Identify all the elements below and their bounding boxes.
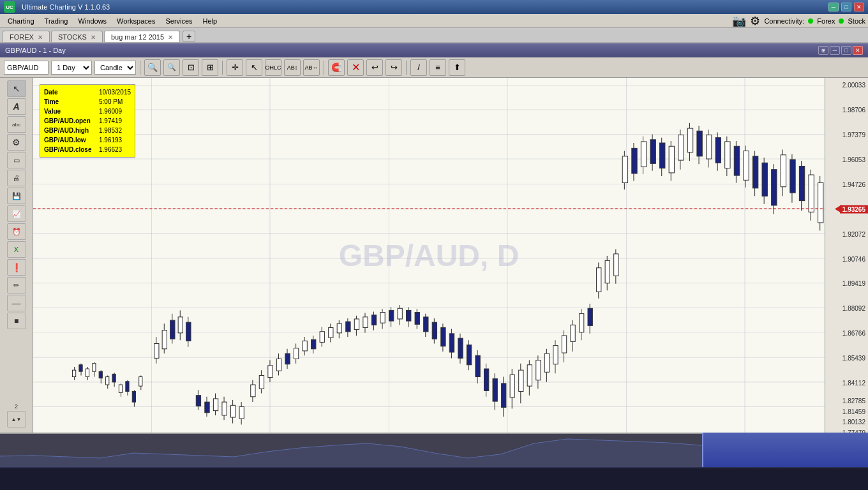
svg-rect-73: [285, 353, 290, 364]
svg-rect-117: [475, 355, 480, 376]
tab-stocks-close[interactable]: ✕: [91, 34, 96, 41]
menu-bar: Charting Trading Windows Workspaces Serv…: [0, 14, 868, 28]
arrow-btn[interactable]: ⬆: [449, 59, 465, 76]
forex-dot: [808, 19, 813, 24]
trendline-btn[interactable]: /: [410, 59, 427, 76]
time-value: 5:00 PM: [99, 97, 123, 107]
chart-minimize-btn[interactable]: ─: [830, 46, 840, 55]
excel-tool-btn[interactable]: X: [7, 241, 26, 258]
crosshair-btn[interactable]: ✛: [227, 59, 243, 76]
maximize-button[interactable]: □: [841, 3, 851, 11]
alert-tool-btn[interactable]: ❗: [7, 259, 26, 276]
svg-rect-165: [687, 128, 692, 152]
close-button[interactable]: ✕: [854, 3, 864, 11]
date-value: 10/03/2015: [99, 87, 131, 97]
high-label: GBP/AUD.high: [44, 126, 95, 135]
line-tool-btn[interactable]: —: [7, 295, 26, 311]
svg-rect-159: [660, 143, 665, 168]
alarm-tool-btn[interactable]: ⏰: [7, 223, 26, 240]
line-width-label: 2: [15, 403, 18, 410]
svg-rect-77: [303, 341, 307, 351]
svg-rect-69: [268, 366, 273, 378]
rect-tool-btn[interactable]: ▭: [7, 152, 26, 168]
menu-help[interactable]: Help: [198, 16, 223, 26]
tab-forex-close[interactable]: ✕: [38, 34, 43, 41]
chart-controls[interactable]: ⊞ ─ □ ✕: [818, 46, 863, 55]
svg-rect-139: [571, 325, 575, 341]
price-1.90746: 1.90746: [842, 255, 865, 262]
chart-window: GBP/AUD - 1 - Day ⊞ ─ □ ✕ 1 Day 1 Hour 4…: [0, 43, 868, 431]
menu-windows[interactable]: Windows: [73, 16, 112, 26]
price-arrow: [835, 206, 840, 212]
scroll-thumb[interactable]: [702, 433, 868, 467]
svg-rect-177: [744, 151, 749, 181]
svg-rect-153: [632, 148, 637, 174]
svg-rect-71: [276, 359, 281, 371]
charttype-select[interactable]: Candle OHLC Line: [94, 61, 136, 75]
save-tool-btn[interactable]: 💾: [7, 188, 26, 204]
obj2-btn[interactable]: AB↕: [284, 59, 301, 76]
obj1-btn[interactable]: OHLC: [265, 59, 281, 76]
tab-forex[interactable]: FOREX ✕: [3, 31, 50, 42]
app-title: Ultimate Charting V 1.1.0.63: [22, 3, 110, 11]
chart-grid-btn[interactable]: ⊞: [818, 46, 828, 55]
svg-rect-119: [484, 369, 488, 390]
svg-rect-105: [424, 317, 428, 332]
print-tool-btn[interactable]: 🖨: [7, 170, 26, 186]
svg-rect-149: [614, 254, 618, 276]
sep1: [140, 61, 140, 75]
minimize-button[interactable]: ─: [828, 3, 839, 11]
menu-charting[interactable]: Charting: [3, 16, 40, 26]
timeframe-select[interactable]: 1 Day 1 Hour 4 Hour: [51, 61, 92, 75]
tab-bug-close[interactable]: ✕: [168, 34, 173, 41]
tab-stocks-label: STOCKS: [58, 33, 87, 41]
label-tool-btn[interactable]: abc: [7, 116, 26, 133]
lines-btn[interactable]: ≡: [430, 59, 446, 76]
menu-services[interactable]: Services: [160, 16, 197, 26]
symbol-input[interactable]: [4, 61, 49, 75]
svg-rect-65: [251, 385, 255, 397]
chart-canvas-container[interactable]: Date 10/03/2015 Time 5:00 PM Value 1.960…: [33, 78, 825, 433]
magnet-btn[interactable]: 🧲: [328, 59, 345, 76]
shape-tool-btn[interactable]: ■: [7, 313, 26, 329]
chart-maximize-btn[interactable]: □: [841, 46, 851, 55]
svg-rect-75: [294, 348, 298, 359]
bottom-scroll[interactable]: [0, 433, 868, 467]
line-width-btn[interactable]: ▲▼: [7, 411, 26, 427]
zoom-out-btn[interactable]: 🔍: [163, 59, 180, 76]
svg-rect-81: [320, 332, 324, 343]
tab-add-button[interactable]: +: [183, 31, 195, 42]
cursor-btn[interactable]: ↖: [246, 59, 262, 76]
camera-icon[interactable]: 📷: [732, 14, 746, 28]
zoom-reset-btn[interactable]: ⊞: [202, 59, 218, 76]
value-value: 1.96009: [99, 107, 122, 116]
title-left: UC Ultimate Charting V 1.1.0.63: [4, 1, 110, 13]
zoom-in-btn[interactable]: 🔍: [144, 59, 161, 76]
tab-bug[interactable]: bug mar 12 2015 ✕: [104, 31, 180, 42]
gear-tool-btn[interactable]: ⚙: [7, 134, 26, 151]
tab-stocks[interactable]: STOCKS ✕: [51, 31, 103, 42]
undo-btn[interactable]: ↩: [366, 59, 383, 76]
settings-icon[interactable]: ⚙: [750, 14, 760, 28]
menu-trading[interactable]: Trading: [40, 16, 73, 26]
sep2: [222, 61, 223, 75]
redo-btn[interactable]: ↪: [385, 59, 402, 76]
obj3-btn[interactable]: AB↔: [303, 59, 320, 76]
info-box: Date 10/03/2015 Time 5:00 PM Value 1.960…: [40, 84, 135, 158]
delete-btn[interactable]: ✕: [347, 59, 364, 76]
chart-close-btn[interactable]: ✕: [853, 46, 863, 55]
price-1.98706: 1.98706: [842, 107, 865, 114]
zoom-fit-btn[interactable]: ⊡: [183, 59, 199, 76]
draw-tool-btn[interactable]: ✏: [7, 277, 26, 293]
indicator-tool-btn[interactable]: 📈: [7, 205, 26, 222]
title-controls[interactable]: ─ □ ✕: [828, 3, 864, 11]
text-tool-btn[interactable]: A: [7, 98, 26, 115]
svg-rect-185: [781, 155, 786, 187]
high-value: 1.98532: [99, 126, 122, 135]
svg-rect-49: [178, 317, 183, 333]
chart-title: GBP/AUD - 1 - Day: [5, 47, 66, 54]
svg-rect-87: [346, 322, 350, 332]
select-tool-btn[interactable]: ↖: [7, 80, 26, 97]
menu-workspaces[interactable]: Workspaces: [112, 16, 160, 26]
price-1.80132: 1.80132: [842, 419, 865, 426]
